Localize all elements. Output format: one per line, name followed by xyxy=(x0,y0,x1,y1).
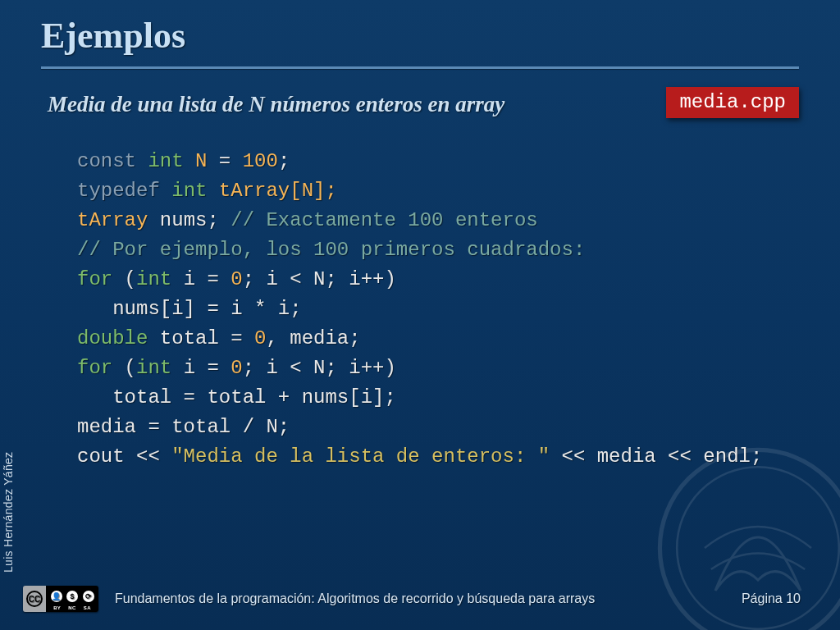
content-area: Media de una lista de N números enteros … xyxy=(0,69,840,472)
footer-page: Página 10 xyxy=(742,591,801,606)
comment: // Por ejemplo, los 100 primeros cuadrad… xyxy=(77,239,585,261)
stmt: total = total + nums[i]; xyxy=(77,386,396,409)
cc-icons-row: 👤 $ ⟳ xyxy=(46,586,98,605)
id-media: , media; xyxy=(266,327,360,349)
string-lit: "Media de la lista de enteros: " xyxy=(171,445,550,468)
footer: CC 👤 $ ⟳ BY NC SA Fundamentos de la prog… xyxy=(0,586,840,612)
cc-labels-row: BY NC SA xyxy=(46,605,98,612)
lit-0: 0 xyxy=(254,327,266,349)
kw-const: const xyxy=(77,150,136,172)
kw-typedef: typedef xyxy=(77,180,160,202)
cout-tail: << media << endl; xyxy=(550,445,762,468)
op-semi: ; xyxy=(278,150,290,172)
kw-for: for xyxy=(77,357,112,379)
page-label: Página xyxy=(742,591,783,605)
slide: Ejemplos Media de una lista de N números… xyxy=(0,0,840,630)
cc-license-badge: CC 👤 $ ⟳ BY NC SA xyxy=(23,586,98,612)
kw-for: for xyxy=(77,268,112,290)
cc-logo: CC xyxy=(23,586,46,612)
cc-by-label: BY xyxy=(53,605,61,610)
lit-100: 100 xyxy=(243,150,278,172)
footer-course: Fundamentos de la programación: Algoritm… xyxy=(115,591,742,606)
id-tArray: tArray xyxy=(219,180,290,202)
cc-sa-icon: ⟳ xyxy=(83,591,94,602)
comment: // Exactamente 100 enteros xyxy=(219,209,538,231)
op-assign: = xyxy=(207,150,242,172)
id-tArray: tArray xyxy=(77,209,148,231)
for-tail: ; i < N; i++) xyxy=(243,268,396,290)
paren: ( xyxy=(112,357,136,379)
stmt: media = total / N; xyxy=(77,416,290,438)
lit-0: 0 xyxy=(231,268,242,290)
for-tail: ; i < N; i++) xyxy=(243,357,396,379)
lit-0: 0 xyxy=(231,357,242,379)
cc-by-icon: 👤 xyxy=(51,591,62,602)
id-total: total = xyxy=(148,327,254,349)
slide-title: Ejemplos xyxy=(41,15,799,57)
id-i: i = xyxy=(171,357,231,379)
cc-nc-label: NC xyxy=(68,605,75,610)
kw-int: int xyxy=(171,180,207,202)
cc-circle-icon: CC xyxy=(26,591,43,607)
page-number: 10 xyxy=(786,591,801,605)
title-bar: Ejemplos xyxy=(0,0,840,63)
author-sidebar: Luis Hernández Yáñez xyxy=(2,452,15,573)
id-N: N xyxy=(195,150,207,172)
id-i: i = xyxy=(171,268,231,290)
kw-double: double xyxy=(77,327,148,349)
id-nums: nums; xyxy=(160,209,219,231)
cc-sa-label: SA xyxy=(84,605,91,610)
stmt: nums[i] = i * i; xyxy=(77,298,302,320)
kw-int: int xyxy=(136,357,171,379)
file-badge: media.cpp xyxy=(666,87,799,118)
kw-int: int xyxy=(148,150,183,172)
kw-int: int xyxy=(136,268,171,290)
bracket-N: [N]; xyxy=(290,180,337,202)
cc-nc-icon: $ xyxy=(66,591,78,602)
paren: ( xyxy=(112,268,136,290)
id-cout: cout << xyxy=(77,445,171,468)
code-block: const int N = 100; typedef int tArray[N]… xyxy=(77,147,792,472)
cc-terms: 👤 $ ⟳ BY NC SA xyxy=(46,586,98,612)
